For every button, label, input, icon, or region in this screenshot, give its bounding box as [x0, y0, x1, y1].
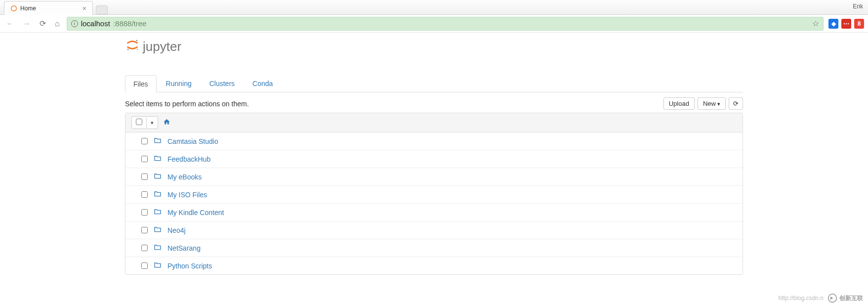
close-tab-icon[interactable]: ×: [83, 5, 86, 12]
svg-point-3: [137, 49, 138, 50]
folder-icon: [154, 243, 162, 253]
jupyter-favicon-icon: [10, 5, 17, 12]
item-link[interactable]: My eBooks: [167, 173, 202, 181]
item-checkbox[interactable]: [141, 227, 148, 233]
list-item: My eBooks: [125, 168, 743, 185]
header: jupyter: [125, 33, 743, 61]
item-link[interactable]: Neo4j: [167, 226, 186, 234]
item-link[interactable]: NetSarang: [167, 244, 201, 252]
tab-files[interactable]: Files: [125, 75, 157, 92]
tab-running[interactable]: Running: [158, 75, 200, 92]
folder-icon: [154, 208, 162, 217]
folder-icon: [154, 154, 162, 164]
item-link[interactable]: Python Scripts: [167, 262, 212, 270]
upload-button[interactable]: Upload: [663, 97, 695, 110]
item-checkbox[interactable]: [141, 156, 148, 162]
folder-icon: [154, 172, 162, 181]
extension-icon[interactable]: ⋯: [841, 19, 851, 29]
extension-icon[interactable]: ◆: [828, 19, 838, 29]
url-host: localhost: [81, 19, 110, 28]
browser-tab[interactable]: Home ×: [4, 1, 93, 15]
list-item: FeedbackHub: [125, 150, 743, 168]
tab-conda[interactable]: Conda: [244, 75, 281, 92]
folder-icon: [154, 261, 162, 270]
select-all-control: ▾: [131, 116, 158, 129]
bookmark-star-icon[interactable]: ☆: [812, 19, 819, 28]
tab-strip: Home × Erik: [0, 0, 868, 15]
svg-point-1: [136, 40, 137, 42]
item-checkbox[interactable]: [141, 138, 148, 144]
browser-chrome: Home × Erik ← → ⟳ ⌂ i localhost:8888/tre…: [0, 0, 868, 33]
right-tools: Upload New ⟳: [663, 97, 743, 110]
action-hint: Select items to perform actions on them.: [125, 100, 249, 108]
jupyter-logo-text: jupyter: [143, 39, 181, 54]
new-tab-button[interactable]: [96, 5, 108, 14]
list-item: Python Scripts: [125, 257, 743, 274]
folder-icon: [154, 136, 162, 146]
toolbar-row: Select items to perform actions on them.…: [125, 92, 743, 113]
list-item: My Kindle Content: [125, 203, 743, 221]
site-info-icon[interactable]: i: [71, 20, 78, 27]
list-item: Neo4j: [125, 221, 743, 239]
list-item: Camtasia Studio: [125, 132, 743, 150]
list-item: NetSarang: [125, 239, 743, 257]
refresh-list-button[interactable]: ⟳: [729, 97, 743, 110]
nav-bar: ← → ⟳ ⌂ i localhost:8888/tree ☆ ◆ ⋯ 8: [0, 15, 868, 33]
extension-icon[interactable]: 8: [854, 19, 864, 29]
item-checkbox[interactable]: [141, 262, 148, 269]
tab-clusters[interactable]: Clusters: [201, 75, 243, 92]
list-header: ▾: [125, 113, 743, 132]
file-list: ▾ Camtasia StudioFeedbackHubMy eBooksMy …: [125, 113, 743, 275]
browser-tab-title: Home: [20, 5, 80, 12]
list-item: My ISO Files: [125, 185, 743, 203]
item-checkbox[interactable]: [141, 245, 148, 251]
refresh-icon: ⟳: [733, 100, 739, 107]
item-link[interactable]: FeedbackHub: [167, 155, 210, 163]
profile-label[interactable]: Erik: [853, 3, 863, 10]
jupyter-logo-icon: [125, 38, 140, 56]
extension-icons: ◆ ⋯ 8: [828, 19, 864, 29]
svg-point-0: [11, 5, 17, 11]
breadcrumb-home-icon[interactable]: [163, 118, 170, 127]
folder-icon: [154, 225, 162, 235]
jupyter-logo[interactable]: jupyter: [125, 38, 743, 56]
home-button[interactable]: ⌂: [53, 17, 62, 30]
select-all-checkbox[interactable]: [136, 119, 142, 125]
item-checkbox[interactable]: [141, 174, 148, 180]
item-link[interactable]: My ISO Files: [167, 191, 207, 199]
item-checkbox[interactable]: [141, 209, 148, 216]
item-link[interactable]: My Kindle Content: [167, 209, 224, 217]
folder-icon: [154, 190, 162, 199]
select-dropdown[interactable]: ▾: [146, 118, 158, 128]
back-button[interactable]: ←: [4, 17, 16, 30]
item-checkbox[interactable]: [141, 191, 148, 198]
item-link[interactable]: Camtasia Studio: [167, 137, 218, 145]
svg-point-2: [127, 48, 129, 50]
forward-button[interactable]: →: [21, 17, 33, 30]
url-rest: :8888/tree: [113, 19, 147, 28]
new-button[interactable]: New: [698, 97, 726, 110]
nav-tabs: Files Running Clusters Conda: [125, 75, 743, 92]
page-body: jupyter Files Running Clusters Conda Sel…: [119, 33, 749, 275]
reload-button[interactable]: ⟳: [38, 17, 48, 30]
address-bar[interactable]: i localhost:8888/tree ☆: [67, 17, 824, 31]
